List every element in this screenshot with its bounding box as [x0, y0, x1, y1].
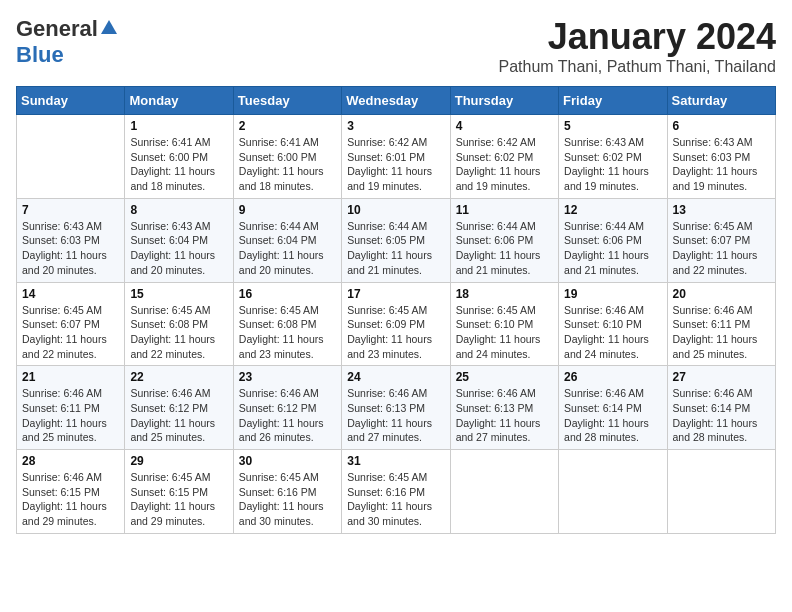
- day-number: 6: [673, 119, 770, 133]
- day-cell: 31Sunrise: 6:45 AM Sunset: 6:16 PM Dayli…: [342, 450, 450, 534]
- day-info: Sunrise: 6:46 AM Sunset: 6:15 PM Dayligh…: [22, 470, 119, 529]
- day-cell: 8Sunrise: 6:43 AM Sunset: 6:04 PM Daylig…: [125, 198, 233, 282]
- day-number: 19: [564, 287, 661, 301]
- day-info: Sunrise: 6:45 AM Sunset: 6:08 PM Dayligh…: [239, 303, 336, 362]
- calendar-table: SundayMondayTuesdayWednesdayThursdayFrid…: [16, 86, 776, 534]
- day-info: Sunrise: 6:44 AM Sunset: 6:06 PM Dayligh…: [564, 219, 661, 278]
- day-info: Sunrise: 6:46 AM Sunset: 6:13 PM Dayligh…: [347, 386, 444, 445]
- day-info: Sunrise: 6:45 AM Sunset: 6:10 PM Dayligh…: [456, 303, 553, 362]
- day-number: 16: [239, 287, 336, 301]
- day-number: 29: [130, 454, 227, 468]
- day-cell: [17, 115, 125, 199]
- day-cell: 6Sunrise: 6:43 AM Sunset: 6:03 PM Daylig…: [667, 115, 775, 199]
- calendar-title: January 2024: [498, 16, 776, 58]
- day-cell: 7Sunrise: 6:43 AM Sunset: 6:03 PM Daylig…: [17, 198, 125, 282]
- day-number: 11: [456, 203, 553, 217]
- week-row-1: 1Sunrise: 6:41 AM Sunset: 6:00 PM Daylig…: [17, 115, 776, 199]
- day-number: 12: [564, 203, 661, 217]
- day-cell: [667, 450, 775, 534]
- day-cell: 30Sunrise: 6:45 AM Sunset: 6:16 PM Dayli…: [233, 450, 341, 534]
- day-number: 13: [673, 203, 770, 217]
- header-thursday: Thursday: [450, 87, 558, 115]
- day-number: 14: [22, 287, 119, 301]
- day-number: 28: [22, 454, 119, 468]
- day-info: Sunrise: 6:43 AM Sunset: 6:03 PM Dayligh…: [673, 135, 770, 194]
- day-cell: 4Sunrise: 6:42 AM Sunset: 6:02 PM Daylig…: [450, 115, 558, 199]
- day-info: Sunrise: 6:45 AM Sunset: 6:09 PM Dayligh…: [347, 303, 444, 362]
- week-row-5: 28Sunrise: 6:46 AM Sunset: 6:15 PM Dayli…: [17, 450, 776, 534]
- day-info: Sunrise: 6:41 AM Sunset: 6:00 PM Dayligh…: [239, 135, 336, 194]
- day-number: 20: [673, 287, 770, 301]
- day-info: Sunrise: 6:46 AM Sunset: 6:11 PM Dayligh…: [673, 303, 770, 362]
- day-cell: 23Sunrise: 6:46 AM Sunset: 6:12 PM Dayli…: [233, 366, 341, 450]
- header: General Blue January 2024 Pathum Thani, …: [16, 16, 776, 76]
- title-area: January 2024 Pathum Thani, Pathum Thani,…: [498, 16, 776, 76]
- logo-general: General: [16, 16, 98, 42]
- day-number: 27: [673, 370, 770, 384]
- day-info: Sunrise: 6:46 AM Sunset: 6:14 PM Dayligh…: [673, 386, 770, 445]
- day-number: 30: [239, 454, 336, 468]
- day-number: 17: [347, 287, 444, 301]
- day-cell: [450, 450, 558, 534]
- day-info: Sunrise: 6:42 AM Sunset: 6:01 PM Dayligh…: [347, 135, 444, 194]
- day-info: Sunrise: 6:43 AM Sunset: 6:03 PM Dayligh…: [22, 219, 119, 278]
- day-number: 31: [347, 454, 444, 468]
- day-number: 22: [130, 370, 227, 384]
- day-cell: 25Sunrise: 6:46 AM Sunset: 6:13 PM Dayli…: [450, 366, 558, 450]
- day-number: 3: [347, 119, 444, 133]
- day-info: Sunrise: 6:45 AM Sunset: 6:07 PM Dayligh…: [22, 303, 119, 362]
- day-number: 7: [22, 203, 119, 217]
- header-sunday: Sunday: [17, 87, 125, 115]
- day-cell: 3Sunrise: 6:42 AM Sunset: 6:01 PM Daylig…: [342, 115, 450, 199]
- day-info: Sunrise: 6:45 AM Sunset: 6:16 PM Dayligh…: [239, 470, 336, 529]
- day-number: 10: [347, 203, 444, 217]
- day-cell: 26Sunrise: 6:46 AM Sunset: 6:14 PM Dayli…: [559, 366, 667, 450]
- day-info: Sunrise: 6:46 AM Sunset: 6:12 PM Dayligh…: [130, 386, 227, 445]
- day-info: Sunrise: 6:43 AM Sunset: 6:04 PM Dayligh…: [130, 219, 227, 278]
- header-wednesday: Wednesday: [342, 87, 450, 115]
- day-number: 18: [456, 287, 553, 301]
- day-cell: 10Sunrise: 6:44 AM Sunset: 6:05 PM Dayli…: [342, 198, 450, 282]
- day-number: 21: [22, 370, 119, 384]
- logo-blue: Blue: [16, 42, 64, 67]
- day-cell: 17Sunrise: 6:45 AM Sunset: 6:09 PM Dayli…: [342, 282, 450, 366]
- day-cell: 15Sunrise: 6:45 AM Sunset: 6:08 PM Dayli…: [125, 282, 233, 366]
- day-cell: 18Sunrise: 6:45 AM Sunset: 6:10 PM Dayli…: [450, 282, 558, 366]
- day-info: Sunrise: 6:46 AM Sunset: 6:14 PM Dayligh…: [564, 386, 661, 445]
- header-friday: Friday: [559, 87, 667, 115]
- day-cell: 5Sunrise: 6:43 AM Sunset: 6:02 PM Daylig…: [559, 115, 667, 199]
- day-number: 23: [239, 370, 336, 384]
- day-cell: [559, 450, 667, 534]
- logo: General Blue: [16, 16, 118, 68]
- day-info: Sunrise: 6:42 AM Sunset: 6:02 PM Dayligh…: [456, 135, 553, 194]
- day-number: 2: [239, 119, 336, 133]
- day-number: 8: [130, 203, 227, 217]
- calendar-header-row: SundayMondayTuesdayWednesdayThursdayFrid…: [17, 87, 776, 115]
- day-info: Sunrise: 6:46 AM Sunset: 6:11 PM Dayligh…: [22, 386, 119, 445]
- header-saturday: Saturday: [667, 87, 775, 115]
- svg-marker-0: [101, 20, 117, 34]
- calendar-location: Pathum Thani, Pathum Thani, Thailand: [498, 58, 776, 76]
- day-cell: 21Sunrise: 6:46 AM Sunset: 6:11 PM Dayli…: [17, 366, 125, 450]
- day-info: Sunrise: 6:44 AM Sunset: 6:05 PM Dayligh…: [347, 219, 444, 278]
- day-number: 5: [564, 119, 661, 133]
- day-cell: 16Sunrise: 6:45 AM Sunset: 6:08 PM Dayli…: [233, 282, 341, 366]
- day-cell: 27Sunrise: 6:46 AM Sunset: 6:14 PM Dayli…: [667, 366, 775, 450]
- day-cell: 9Sunrise: 6:44 AM Sunset: 6:04 PM Daylig…: [233, 198, 341, 282]
- day-info: Sunrise: 6:41 AM Sunset: 6:00 PM Dayligh…: [130, 135, 227, 194]
- logo-arrow-icon: [100, 18, 118, 40]
- day-number: 9: [239, 203, 336, 217]
- day-cell: 20Sunrise: 6:46 AM Sunset: 6:11 PM Dayli…: [667, 282, 775, 366]
- header-tuesday: Tuesday: [233, 87, 341, 115]
- day-info: Sunrise: 6:45 AM Sunset: 6:15 PM Dayligh…: [130, 470, 227, 529]
- week-row-2: 7Sunrise: 6:43 AM Sunset: 6:03 PM Daylig…: [17, 198, 776, 282]
- day-number: 24: [347, 370, 444, 384]
- day-info: Sunrise: 6:45 AM Sunset: 6:16 PM Dayligh…: [347, 470, 444, 529]
- day-info: Sunrise: 6:45 AM Sunset: 6:07 PM Dayligh…: [673, 219, 770, 278]
- day-cell: 29Sunrise: 6:45 AM Sunset: 6:15 PM Dayli…: [125, 450, 233, 534]
- day-info: Sunrise: 6:46 AM Sunset: 6:10 PM Dayligh…: [564, 303, 661, 362]
- day-number: 26: [564, 370, 661, 384]
- week-row-3: 14Sunrise: 6:45 AM Sunset: 6:07 PM Dayli…: [17, 282, 776, 366]
- day-cell: 28Sunrise: 6:46 AM Sunset: 6:15 PM Dayli…: [17, 450, 125, 534]
- day-cell: 2Sunrise: 6:41 AM Sunset: 6:00 PM Daylig…: [233, 115, 341, 199]
